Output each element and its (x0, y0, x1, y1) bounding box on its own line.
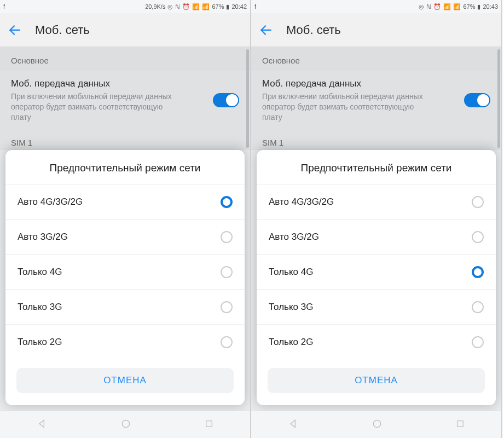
clock: 20:42 (231, 3, 247, 10)
option-4g-only[interactable]: Только 4G (257, 254, 496, 289)
svg-marker-5 (291, 420, 295, 427)
app-header: Моб. сеть (251, 13, 501, 47)
radio-icon (472, 196, 484, 208)
option-4g3g2g[interactable]: Авто 4G/3G/2G (257, 184, 496, 219)
signal-icon: 📶 (443, 3, 451, 10)
option-2g-only[interactable]: Только 2G (5, 324, 245, 359)
network-mode-dialog: Предпочтительный режим сети Авто 4G/3G/2… (257, 150, 496, 405)
radio-icon (221, 336, 233, 348)
signal-icon-2: 📶 (453, 3, 461, 10)
nav-recent-icon[interactable] (455, 419, 465, 431)
scrollbar[interactable] (497, 49, 500, 148)
mobile-data-toggle[interactable] (464, 93, 490, 107)
cancel-button[interactable]: ОТМЕНА (268, 368, 485, 393)
section-header: Основное (0, 47, 250, 71)
page-title: Моб. сеть (35, 23, 90, 37)
radio-icon (221, 301, 233, 313)
battery-icon: ▮ (477, 3, 480, 10)
hotspot-icon: ◎ (419, 3, 424, 10)
mobile-data-sub: При включении мобильной передачи данных … (11, 91, 175, 123)
option-4g3g2g[interactable]: Авто 4G/3G/2G (5, 184, 245, 219)
nav-back-icon[interactable] (37, 418, 48, 431)
alarm-icon: ⏰ (182, 3, 190, 10)
radio-icon (472, 266, 484, 278)
dialog-title: Предпочтительный режим сети (5, 150, 245, 184)
option-3g2g[interactable]: Авто 3G/2G (5, 219, 245, 254)
battery-pct: 67% (212, 3, 224, 10)
nav-recent-icon[interactable] (204, 419, 214, 431)
radio-icon (472, 301, 484, 313)
status-bar: f 20,9K/s ◎ ℕ ⏰ 📶 📶 67% ▮ 20:42 (0, 0, 250, 13)
status-bar: f ◎ ℕ ⏰ 📶 📶 67% ▮ 20:43 (251, 0, 501, 13)
battery-pct: 67% (463, 3, 475, 10)
phone-right: f ◎ ℕ ⏰ 📶 📶 67% ▮ 20:43 Моб. сеть Основн… (251, 0, 502, 438)
cancel-button[interactable]: ОТМЕНА (16, 368, 234, 393)
facebook-icon: f (3, 3, 5, 10)
radio-icon (472, 231, 484, 243)
svg-point-2 (122, 420, 129, 427)
svg-marker-1 (39, 420, 44, 427)
section-header: Основное (251, 47, 501, 71)
nfc-icon: ℕ (175, 3, 180, 10)
mobile-data-sub: При включении мобильной передачи данных … (262, 91, 426, 123)
option-3g2g[interactable]: Авто 3G/2G (257, 219, 496, 254)
nav-back-icon[interactable] (288, 418, 299, 431)
mobile-data-row[interactable]: Моб. передача данных При включении мобил… (0, 71, 250, 130)
radio-icon (221, 231, 233, 243)
nfc-icon: ℕ (426, 3, 431, 10)
option-4g-only[interactable]: Только 4G (5, 254, 245, 289)
back-icon[interactable] (259, 23, 273, 37)
sim-label: SIM 1 (0, 130, 250, 149)
signal-icon-2: 📶 (202, 3, 210, 10)
option-3g-only[interactable]: Только 3G (257, 289, 496, 324)
net-speed: 20,9K/s (145, 3, 165, 10)
mobile-data-row[interactable]: Моб. передача данных При включении мобил… (251, 71, 501, 130)
svg-rect-7 (457, 420, 463, 427)
option-3g-only[interactable]: Только 3G (5, 289, 245, 324)
alarm-icon: ⏰ (433, 3, 441, 10)
battery-icon: ▮ (226, 3, 229, 10)
radio-icon (221, 266, 233, 278)
radio-icon (472, 336, 484, 348)
facebook-icon: f (254, 3, 256, 10)
nav-bar (251, 411, 501, 438)
nav-bar (0, 411, 250, 438)
back-icon[interactable] (8, 23, 22, 37)
page-title: Моб. сеть (286, 23, 341, 37)
phone-left: f 20,9K/s ◎ ℕ ⏰ 📶 📶 67% ▮ 20:42 Моб. сет… (0, 0, 251, 438)
svg-point-6 (373, 420, 380, 427)
nav-home-icon[interactable] (372, 418, 383, 431)
dialog-title: Предпочтительный режим сети (257, 150, 496, 184)
radio-icon (221, 196, 233, 208)
nav-home-icon[interactable] (120, 418, 131, 431)
app-header: Моб. сеть (0, 13, 250, 47)
signal-icon: 📶 (192, 3, 200, 10)
network-mode-dialog: Предпочтительный режим сети Авто 4G/3G/2… (5, 150, 245, 405)
clock: 20:43 (483, 3, 498, 10)
sim-label: SIM 1 (251, 130, 501, 149)
hotspot-icon: ◎ (167, 3, 173, 10)
mobile-data-title: Моб. передача данных (11, 78, 206, 89)
svg-rect-3 (206, 420, 212, 427)
option-2g-only[interactable]: Только 2G (257, 324, 496, 359)
scrollbar[interactable] (246, 49, 249, 148)
mobile-data-title: Моб. передача данных (262, 78, 457, 89)
mobile-data-toggle[interactable] (213, 93, 239, 107)
